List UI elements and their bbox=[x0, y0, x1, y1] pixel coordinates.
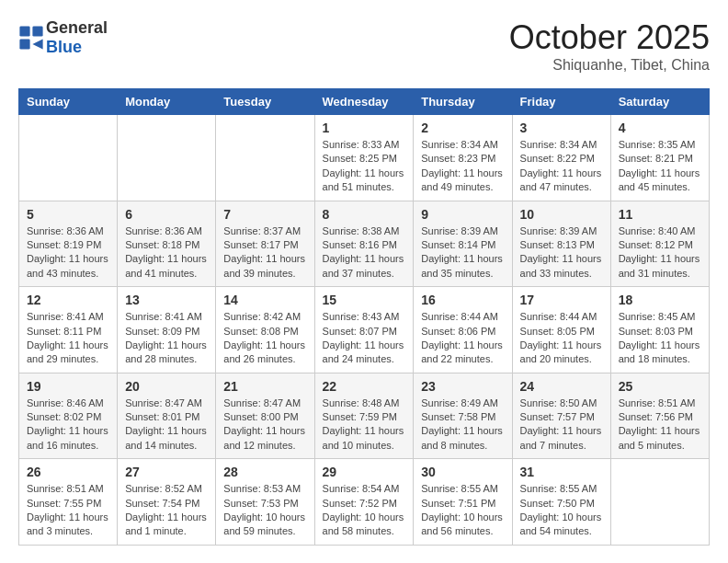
day-cell: 15Sunrise: 8:43 AM Sunset: 8:07 PM Dayli… bbox=[314, 287, 414, 373]
day-info: Sunrise: 8:42 AM Sunset: 8:08 PM Dayligh… bbox=[223, 310, 306, 367]
day-info: Sunrise: 8:46 AM Sunset: 8:02 PM Dayligh… bbox=[27, 396, 109, 454]
day-cell: 30Sunrise: 8:55 AM Sunset: 7:51 PM Dayli… bbox=[414, 459, 512, 546]
day-number: 4 bbox=[619, 121, 701, 135]
day-number: 18 bbox=[619, 293, 701, 307]
day-number: 9 bbox=[421, 207, 504, 222]
day-cell: 16Sunrise: 8:44 AM Sunset: 8:06 PM Dayli… bbox=[414, 287, 512, 373]
day-cell: 23Sunrise: 8:49 AM Sunset: 7:58 PM Dayli… bbox=[414, 373, 512, 459]
logo: General Blue bbox=[18, 18, 108, 57]
weekday-header-wednesday: Wednesday bbox=[314, 89, 414, 115]
month-title: October 2025 bbox=[509, 18, 710, 57]
day-info: Sunrise: 8:52 AM Sunset: 7:54 PM Dayligh… bbox=[125, 482, 208, 539]
day-info: Sunrise: 8:34 AM Sunset: 8:23 PM Dayligh… bbox=[421, 138, 504, 195]
day-number: 12 bbox=[27, 293, 109, 307]
day-cell bbox=[216, 115, 314, 201]
day-number: 6 bbox=[125, 207, 208, 222]
svg-rect-0 bbox=[19, 26, 29, 36]
week-row-5: 26Sunrise: 8:51 AM Sunset: 7:55 PM Dayli… bbox=[19, 459, 710, 546]
day-info: Sunrise: 8:44 AM Sunset: 8:05 PM Dayligh… bbox=[520, 310, 603, 367]
day-cell: 2Sunrise: 8:34 AM Sunset: 8:23 PM Daylig… bbox=[414, 115, 512, 201]
logo-icon bbox=[18, 25, 44, 51]
day-info: Sunrise: 8:41 AM Sunset: 8:11 PM Dayligh… bbox=[27, 310, 109, 367]
day-cell: 24Sunrise: 8:50 AM Sunset: 7:57 PM Dayli… bbox=[512, 373, 610, 459]
day-cell: 6Sunrise: 8:36 AM Sunset: 8:18 PM Daylig… bbox=[118, 201, 216, 287]
svg-rect-2 bbox=[19, 39, 29, 49]
day-info: Sunrise: 8:54 AM Sunset: 7:52 PM Dayligh… bbox=[323, 482, 406, 539]
day-cell: 12Sunrise: 8:41 AM Sunset: 8:11 PM Dayli… bbox=[19, 287, 118, 373]
day-info: Sunrise: 8:51 AM Sunset: 7:55 PM Dayligh… bbox=[27, 482, 109, 539]
day-info: Sunrise: 8:44 AM Sunset: 8:06 PM Dayligh… bbox=[421, 310, 504, 367]
day-cell: 8Sunrise: 8:38 AM Sunset: 8:16 PM Daylig… bbox=[314, 201, 414, 287]
day-number: 29 bbox=[323, 465, 406, 479]
day-cell: 11Sunrise: 8:40 AM Sunset: 8:12 PM Dayli… bbox=[610, 201, 709, 287]
day-info: Sunrise: 8:41 AM Sunset: 8:09 PM Dayligh… bbox=[125, 310, 208, 367]
weekday-header-sunday: Sunday bbox=[19, 89, 118, 115]
day-cell: 13Sunrise: 8:41 AM Sunset: 8:09 PM Dayli… bbox=[118, 287, 216, 373]
day-number: 17 bbox=[520, 293, 603, 307]
svg-marker-3 bbox=[32, 39, 42, 49]
day-cell: 28Sunrise: 8:53 AM Sunset: 7:53 PM Dayli… bbox=[216, 459, 314, 546]
day-cell bbox=[19, 115, 118, 201]
day-cell: 4Sunrise: 8:35 AM Sunset: 8:21 PM Daylig… bbox=[610, 115, 709, 201]
day-info: Sunrise: 8:39 AM Sunset: 8:13 PM Dayligh… bbox=[520, 224, 603, 282]
day-info: Sunrise: 8:50 AM Sunset: 7:57 PM Dayligh… bbox=[520, 396, 603, 454]
day-info: Sunrise: 8:53 AM Sunset: 7:53 PM Dayligh… bbox=[223, 482, 306, 539]
week-row-3: 12Sunrise: 8:41 AM Sunset: 8:11 PM Dayli… bbox=[19, 287, 710, 373]
day-cell: 27Sunrise: 8:52 AM Sunset: 7:54 PM Dayli… bbox=[118, 459, 216, 546]
svg-rect-1 bbox=[32, 26, 42, 36]
day-cell: 31Sunrise: 8:55 AM Sunset: 7:50 PM Dayli… bbox=[512, 459, 610, 546]
location-title: Shiquanhe, Tibet, China bbox=[509, 57, 710, 74]
day-number: 13 bbox=[125, 293, 208, 307]
day-info: Sunrise: 8:43 AM Sunset: 8:07 PM Dayligh… bbox=[323, 310, 406, 367]
day-info: Sunrise: 8:45 AM Sunset: 8:03 PM Dayligh… bbox=[619, 310, 701, 367]
day-cell: 19Sunrise: 8:46 AM Sunset: 8:02 PM Dayli… bbox=[19, 373, 118, 459]
weekday-header-saturday: Saturday bbox=[610, 89, 709, 115]
day-cell bbox=[610, 459, 709, 546]
weekday-header-friday: Friday bbox=[512, 89, 610, 115]
day-cell: 21Sunrise: 8:47 AM Sunset: 8:00 PM Dayli… bbox=[216, 373, 314, 459]
day-number: 20 bbox=[125, 379, 208, 394]
title-area: October 2025 Shiquanhe, Tibet, China bbox=[509, 18, 710, 74]
day-info: Sunrise: 8:55 AM Sunset: 7:50 PM Dayligh… bbox=[520, 482, 603, 539]
day-cell: 3Sunrise: 8:34 AM Sunset: 8:22 PM Daylig… bbox=[512, 115, 610, 201]
day-number: 3 bbox=[520, 121, 603, 135]
day-info: Sunrise: 8:55 AM Sunset: 7:51 PM Dayligh… bbox=[421, 482, 504, 539]
logo-blue: Blue bbox=[46, 38, 82, 56]
day-cell: 20Sunrise: 8:47 AM Sunset: 8:01 PM Dayli… bbox=[118, 373, 216, 459]
logo-general: General bbox=[46, 18, 108, 37]
day-info: Sunrise: 8:36 AM Sunset: 8:19 PM Dayligh… bbox=[27, 224, 109, 282]
day-info: Sunrise: 8:47 AM Sunset: 8:01 PM Dayligh… bbox=[125, 396, 208, 454]
weekday-header-tuesday: Tuesday bbox=[216, 89, 314, 115]
day-number: 25 bbox=[619, 379, 701, 394]
day-cell: 9Sunrise: 8:39 AM Sunset: 8:14 PM Daylig… bbox=[414, 201, 512, 287]
weekday-header-thursday: Thursday bbox=[414, 89, 512, 115]
day-number: 22 bbox=[323, 379, 406, 394]
day-cell: 7Sunrise: 8:37 AM Sunset: 8:17 PM Daylig… bbox=[216, 201, 314, 287]
day-info: Sunrise: 8:40 AM Sunset: 8:12 PM Dayligh… bbox=[619, 224, 701, 282]
day-number: 23 bbox=[421, 379, 504, 394]
day-number: 26 bbox=[27, 465, 109, 479]
day-cell: 22Sunrise: 8:48 AM Sunset: 7:59 PM Dayli… bbox=[314, 373, 414, 459]
day-number: 27 bbox=[125, 465, 208, 479]
week-row-4: 19Sunrise: 8:46 AM Sunset: 8:02 PM Dayli… bbox=[19, 373, 710, 459]
day-cell: 26Sunrise: 8:51 AM Sunset: 7:55 PM Dayli… bbox=[19, 459, 118, 546]
weekday-header-monday: Monday bbox=[118, 89, 216, 115]
weekday-header-row: SundayMondayTuesdayWednesdayThursdayFrid… bbox=[19, 89, 710, 115]
day-number: 16 bbox=[421, 293, 504, 307]
week-row-1: 1Sunrise: 8:33 AM Sunset: 8:25 PM Daylig… bbox=[19, 115, 710, 201]
day-cell: 17Sunrise: 8:44 AM Sunset: 8:05 PM Dayli… bbox=[512, 287, 610, 373]
header: General Blue October 2025 Shiquanhe, Tib… bbox=[18, 18, 710, 74]
day-info: Sunrise: 8:49 AM Sunset: 7:58 PM Dayligh… bbox=[421, 396, 504, 454]
day-cell: 10Sunrise: 8:39 AM Sunset: 8:13 PM Dayli… bbox=[512, 201, 610, 287]
day-number: 8 bbox=[323, 207, 406, 222]
day-number: 10 bbox=[520, 207, 603, 222]
day-number: 24 bbox=[520, 379, 603, 394]
day-number: 15 bbox=[323, 293, 406, 307]
day-info: Sunrise: 8:37 AM Sunset: 8:17 PM Dayligh… bbox=[223, 224, 306, 282]
day-number: 31 bbox=[520, 465, 603, 479]
week-row-2: 5Sunrise: 8:36 AM Sunset: 8:19 PM Daylig… bbox=[19, 201, 710, 287]
day-cell: 18Sunrise: 8:45 AM Sunset: 8:03 PM Dayli… bbox=[610, 287, 709, 373]
day-cell bbox=[118, 115, 216, 201]
day-cell: 25Sunrise: 8:51 AM Sunset: 7:56 PM Dayli… bbox=[610, 373, 709, 459]
day-info: Sunrise: 8:34 AM Sunset: 8:22 PM Dayligh… bbox=[520, 138, 603, 195]
